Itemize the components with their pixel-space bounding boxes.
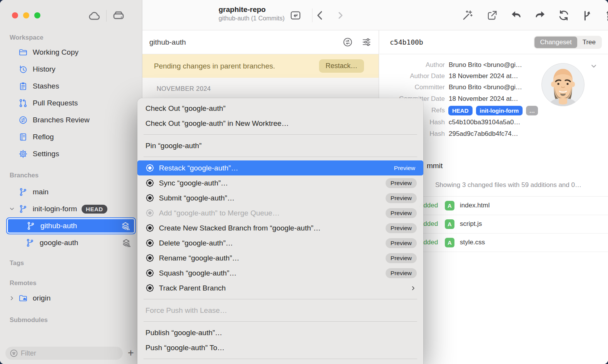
meta-row-author-date: Author Date18 November 2024 at… [379, 72, 518, 81]
zoom-window-button[interactable] [34, 12, 40, 18]
share-out-icon[interactable] [486, 9, 498, 22]
menu-item-label: Track Parent Branch [159, 284, 226, 292]
menu-item-label: Check Out “google-auth” [145, 104, 225, 113]
chevron-right-icon[interactable] [334, 9, 347, 22]
menu-item-label: Add “google-auth” to Merge Queue… [159, 209, 280, 217]
merge-icon[interactable] [581, 9, 594, 22]
arrow-push-icon[interactable] [534, 9, 546, 22]
branch-icon [25, 238, 35, 247]
branch-context-menu: Check Out “google-auth”Check Out “google… [137, 98, 423, 364]
app-window: Workspace Working CopyHistoryStashesPull… [0, 0, 608, 364]
menu-item-sync-google-auth[interactable]: Sync “google-auth”…Preview [137, 175, 423, 190]
menu-item-track-parent-branch[interactable]: Track Parent Branch [137, 281, 423, 296]
menu-item-label: Publish “google-auth”… [145, 329, 222, 337]
preview-badge: Preview [386, 238, 417, 248]
menu-item-restack-google-auth[interactable]: Restack “google-auth”…Preview [137, 160, 423, 175]
sidebar-item-pull-requests[interactable]: Pull Requests [6, 95, 136, 112]
menu-item-submit-google-auth[interactable]: Submit “google-auth”…Preview [137, 190, 423, 205]
menu-item-add-google-auth-to-merge-queue[interactable]: Add “google-auth” to Merge Queue…Preview [137, 205, 423, 220]
preview-badge: Preview [389, 163, 417, 173]
ref-pill-init-login-form[interactable]: init-login-form [476, 106, 523, 115]
arrow-pull-icon[interactable] [510, 9, 523, 22]
menu-item-rename-google-auth[interactable]: Rename “google-auth”…Preview [137, 250, 423, 265]
sidebar-branch-init-login-form[interactable]: init-login-formHEAD [6, 200, 136, 217]
close-window-button[interactable] [12, 12, 18, 18]
sidebar-branch-github-auth[interactable]: github-auth [6, 217, 136, 234]
graphite-icon [145, 239, 154, 247]
chevron-down-icon[interactable] [8, 205, 15, 212]
filter-input[interactable] [5, 347, 123, 360]
branch-label: google-auth [40, 239, 78, 247]
restack-button[interactable]: Restack… [319, 59, 364, 73]
sync-icon[interactable] [558, 9, 570, 22]
sidebar-item-label: History [33, 65, 55, 73]
banner-message: Pending changes in parent branches. [154, 62, 275, 70]
sidebar-item-label: Working Copy [33, 48, 79, 57]
sidebar-item-stashes[interactable]: Stashes [6, 78, 136, 95]
menu-item-check-out-google-auth[interactable]: Check Out “google-auth” [137, 101, 423, 116]
sidebar-branch-google-auth[interactable]: google-auth [6, 234, 136, 251]
sidebar-remote-origin[interactable]: origin [6, 290, 136, 307]
sidebar-item-reflog[interactable]: Reflog [6, 129, 136, 145]
sidebar-item-history[interactable]: History [6, 61, 136, 78]
menu-item-force-push-with-lease[interactable]: Force Push with Lease… [137, 303, 423, 318]
sidebar-item-settings[interactable]: Settings [6, 145, 136, 162]
preview-badge: Preview [386, 223, 417, 233]
view-toggle-changeset[interactable]: Changeset [535, 37, 577, 48]
stash-icon [18, 82, 28, 91]
meta-label: Committer [379, 83, 445, 91]
author-avatar [541, 63, 585, 107]
wand-icon[interactable] [461, 9, 474, 22]
menu-item-pin-google-auth[interactable]: Pin “google-auth” [137, 138, 423, 153]
gear-icon [18, 149, 28, 159]
commit-subject: mmit [427, 162, 443, 170]
ref-pill-HEAD[interactable]: HEAD [448, 106, 473, 115]
collapse-details-chevron-icon[interactable] [590, 62, 598, 70]
remote-label: origin [33, 294, 50, 302]
menu-item-publish-google-auth[interactable]: Publish “google-auth”… [137, 325, 423, 340]
menu-item-squash-google-auth[interactable]: Squash “google-auth”…Preview [137, 265, 423, 281]
branches-section-header: Branches [10, 172, 38, 179]
sidebar-item-label: Branches Review [33, 116, 90, 124]
file-name: index.html [460, 202, 489, 209]
traffic-lights [12, 12, 40, 18]
sidebar-item-branches-review[interactable]: Branches Review [6, 112, 136, 129]
view-toggle: Changeset Tree [534, 36, 602, 49]
reflog-icon [18, 132, 28, 142]
filter-options-icon[interactable] [361, 37, 372, 47]
chevron-left-icon[interactable] [314, 9, 326, 22]
add-repo-button[interactable]: + [125, 347, 137, 359]
refs-overflow-pill[interactable]: … [526, 106, 538, 115]
menu-item-check-out-google-auth-in-new-worktree[interactable]: Check Out “google-auth” in New Worktree… [137, 116, 423, 131]
preview-badge: Preview [386, 193, 417, 203]
sidebar: Workspace Working CopyHistoryStashesPull… [0, 0, 142, 364]
chevron-right-icon[interactable] [8, 295, 15, 302]
branch-label: github-auth [40, 222, 77, 230]
drive-icon[interactable] [112, 9, 125, 22]
menu-item-label: Force Push with Lease… [145, 306, 227, 315]
branch-icon [18, 187, 28, 197]
menu-separator [144, 299, 417, 299]
rebase-icon[interactable] [602, 9, 608, 22]
menu-item-create-new-stacked-branch-from-google-auth[interactable]: Create New Stacked Branch from “google-a… [137, 220, 423, 235]
preview-badge: Preview [386, 178, 417, 188]
view-toggle-tree[interactable]: Tree [577, 37, 601, 48]
branch-label: init-login-form [33, 205, 77, 213]
repo-box-icon[interactable] [289, 9, 302, 22]
file-status-badge: A [445, 238, 454, 247]
menu-item-label: Push “google-auth” To… [145, 344, 225, 352]
menu-item-delete-google-auth[interactable]: Delete “google-auth”…Preview [137, 235, 423, 250]
sidebar-item-working-copy[interactable]: Working Copy [6, 44, 136, 61]
meta-value: 18 November 2024 at… [449, 95, 518, 103]
graphite-icon [145, 209, 154, 217]
sidebar-item-label: Reflog [33, 133, 54, 141]
sidebar-branch-main[interactable]: main [6, 184, 136, 200]
menu-item-push-google-auth-to[interactable]: Push “google-auth” To… [137, 340, 423, 355]
menu-item-label: Pin “google-auth” [145, 142, 202, 150]
minimize-window-button[interactable] [23, 12, 29, 18]
commit-group-header: NOVEMBER 2024 [142, 78, 379, 99]
toolbar: graphite-repo github-auth (1 Commits) » [142, 0, 608, 30]
compare-branch-icon[interactable] [342, 37, 353, 47]
cloud-icon[interactable] [88, 9, 101, 22]
meta-value: c54b100ba39104a5a0… [449, 119, 520, 126]
